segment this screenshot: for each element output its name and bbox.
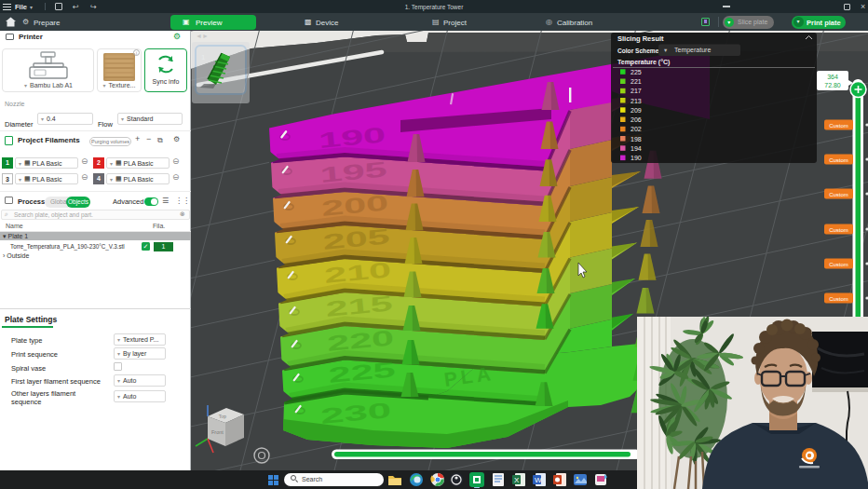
svg-text:◄►: ◄► <box>196 33 209 39</box>
svg-text:Custom: Custom <box>829 296 848 302</box>
svg-text:Slicing Result: Slicing Result <box>617 34 664 43</box>
svg-text:198: 198 <box>631 136 642 143</box>
svg-text:Top: Top <box>219 413 227 419</box>
svg-text:1: 1 <box>201 53 206 61</box>
svg-text:Custom: Custom <box>829 262 848 267</box>
svg-text:72.80: 72.80 <box>824 82 841 88</box>
svg-text:Custom: Custom <box>829 123 848 129</box>
svg-text:Temperature (°C): Temperature (°C) <box>617 59 670 66</box>
svg-text:Custom: Custom <box>829 192 848 197</box>
svg-text:202: 202 <box>631 126 642 132</box>
svg-text:X: X <box>514 476 520 484</box>
svg-text:217: 217 <box>631 88 642 94</box>
svg-text:194: 194 <box>631 145 642 152</box>
svg-text:364: 364 <box>827 74 838 80</box>
svg-text:Front: Front <box>211 429 224 435</box>
svg-text:221: 221 <box>631 78 642 85</box>
svg-text:Temperature: Temperature <box>674 47 711 54</box>
svg-text:Custom: Custom <box>829 227 848 233</box>
svg-text:206: 206 <box>631 116 642 123</box>
svg-text:225: 225 <box>631 69 642 75</box>
svg-text:W: W <box>535 476 542 484</box>
svg-text:Custom: Custom <box>829 157 848 163</box>
svg-text:213: 213 <box>631 98 642 104</box>
svg-text:Color Scheme: Color Scheme <box>617 48 659 54</box>
svg-text:190: 190 <box>631 155 642 161</box>
svg-text:209: 209 <box>631 107 642 114</box>
